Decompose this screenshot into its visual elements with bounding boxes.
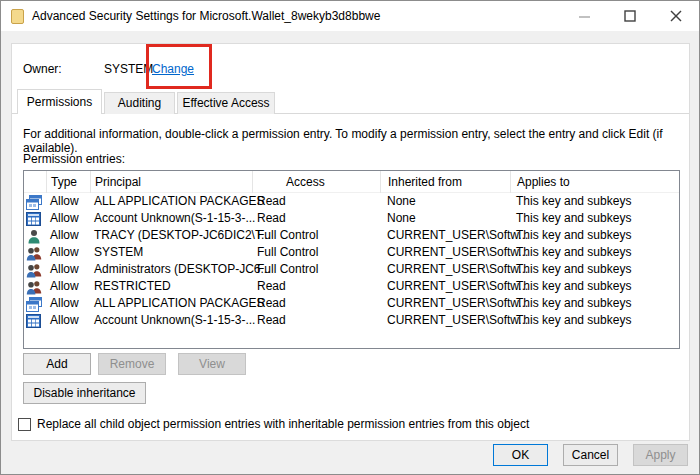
cell-applies-to: This key and subkeys [516, 227, 631, 244]
cell-type: Allow [50, 295, 79, 312]
cell-type: Allow [50, 193, 79, 210]
cell-inherited-from: None [387, 210, 416, 227]
cell-applies-to: This key and subkeys [516, 261, 631, 278]
group-icon [26, 261, 43, 278]
cell-access: Read [257, 278, 286, 295]
replace-permissions-row: Replace all child object permission entr… [18, 417, 529, 431]
cell-access: Full Control [257, 227, 318, 244]
red-annotation-box [146, 44, 212, 89]
cell-applies-to: This key and subkeys [516, 278, 631, 295]
view-button: View [178, 353, 246, 375]
replace-permissions-label: Replace all child object permission entr… [37, 417, 529, 431]
maximize-button[interactable] [607, 1, 653, 31]
cell-type: Allow [50, 210, 79, 227]
cell-applies-to: This key and subkeys [516, 244, 631, 261]
cell-inherited-from: CURRENT_USER\Softw... [387, 312, 528, 329]
permission-entries-table: Type Principal Access Inherited from App… [23, 170, 680, 349]
group-icon [26, 278, 43, 295]
maximize-icon [624, 10, 636, 22]
cell-principal: Account Unknown(S-1-15-3-... [94, 210, 255, 227]
owner-label: Owner: [23, 62, 62, 76]
cell-inherited-from: None [387, 193, 416, 210]
column-header-applies-to[interactable]: Applies to [510, 171, 680, 193]
ok-button[interactable]: OK [493, 444, 548, 466]
table-row[interactable]: AllowAdministrators (DESKTOP-JC6...Full … [24, 261, 679, 278]
tab-effective-access[interactable]: Effective Access [177, 92, 275, 114]
cell-access: Full Control [257, 261, 318, 278]
unknown-account-icon [26, 210, 43, 227]
table-row[interactable]: AllowSYSTEMFull ControlCURRENT_USER\Soft… [24, 244, 679, 261]
cell-applies-to: This key and subkeys [516, 295, 631, 312]
cell-type: Allow [50, 278, 79, 295]
permission-table-body: AllowALL APPLICATION PACKAGESReadNoneThi… [24, 193, 679, 329]
permission-entries-label: Permission entries: [23, 152, 125, 166]
cell-principal: Account Unknown(S-1-15-3-... [94, 312, 255, 329]
app-packages-icon [26, 193, 43, 210]
disable-inheritance-button[interactable]: Disable inheritance [23, 382, 146, 404]
cell-type: Allow [50, 227, 79, 244]
column-header-type[interactable]: Type [46, 171, 90, 193]
cell-access: Read [257, 210, 286, 227]
tab-permissions[interactable]: Permissions [17, 89, 102, 114]
remove-button: Remove [98, 353, 166, 375]
close-button[interactable] [653, 1, 699, 31]
cancel-button[interactable]: Cancel [563, 444, 618, 466]
cell-access: Full Control [257, 244, 318, 261]
table-header: Type Principal Access Inherited from App… [24, 171, 679, 193]
unknown-account-icon [26, 312, 43, 329]
add-button[interactable]: Add [23, 353, 91, 375]
cell-inherited-from: CURRENT_USER\Softw... [387, 261, 528, 278]
cell-applies-to: This key and subkeys [516, 193, 631, 210]
advanced-security-settings-dialog: Advanced Security Settings for Microsoft… [0, 0, 700, 475]
apply-button: Apply [633, 444, 688, 466]
cell-inherited-from: CURRENT_USER\Softw... [387, 295, 528, 312]
dialog-icon [11, 9, 24, 24]
column-header-principal[interactable]: Principal [90, 171, 252, 193]
instruction-text: For additional information, double-click… [23, 127, 678, 155]
cell-principal: TRACY (DESKTOP-JC6DIC2\T... [94, 227, 271, 244]
cell-principal: Administrators (DESKTOP-JC6... [94, 261, 270, 278]
cell-principal: ALL APPLICATION PACKAGES [94, 295, 265, 312]
table-row[interactable]: AllowALL APPLICATION PACKAGESReadCURRENT… [24, 295, 679, 312]
group-icon [26, 244, 43, 261]
cell-inherited-from: CURRENT_USER\Softw... [387, 278, 528, 295]
cell-principal: ALL APPLICATION PACKAGES [94, 193, 265, 210]
cell-applies-to: This key and subkeys [516, 312, 631, 329]
app-packages-icon [26, 295, 43, 312]
cell-access: Read [257, 193, 286, 210]
minimize-icon [579, 11, 590, 22]
column-header-access[interactable]: Access [252, 171, 380, 193]
cell-access: Read [257, 295, 286, 312]
table-row[interactable]: AllowRESTRICTEDReadCURRENT_USER\Softw...… [24, 278, 679, 295]
cell-principal: SYSTEM [94, 244, 143, 261]
minimize-button[interactable] [561, 1, 607, 31]
cell-type: Allow [50, 261, 79, 278]
cell-inherited-from: CURRENT_USER\Softw... [387, 244, 528, 261]
cell-principal: RESTRICTED [94, 278, 171, 295]
cell-type: Allow [50, 312, 79, 329]
close-icon [670, 10, 682, 22]
table-row[interactable]: AllowTRACY (DESKTOP-JC6DIC2\T...Full Con… [24, 227, 679, 244]
window-title: Advanced Security Settings for Microsoft… [32, 9, 380, 23]
table-row[interactable]: AllowALL APPLICATION PACKAGESReadNoneThi… [24, 193, 679, 210]
column-header-inherited-from[interactable]: Inherited from [380, 171, 510, 193]
cell-type: Allow [50, 244, 79, 261]
table-row[interactable]: AllowAccount Unknown(S-1-15-3-...ReadNon… [24, 210, 679, 227]
title-bar: Advanced Security Settings for Microsoft… [1, 1, 699, 31]
user-icon [26, 227, 43, 244]
tab-auditing[interactable]: Auditing [104, 92, 175, 114]
cell-applies-to: This key and subkeys [516, 210, 631, 227]
cell-inherited-from: CURRENT_USER\Softw... [387, 227, 528, 244]
table-row[interactable]: AllowAccount Unknown(S-1-15-3-...ReadCUR… [24, 312, 679, 329]
replace-permissions-checkbox[interactable] [18, 418, 31, 431]
cell-access: Read [257, 312, 286, 329]
